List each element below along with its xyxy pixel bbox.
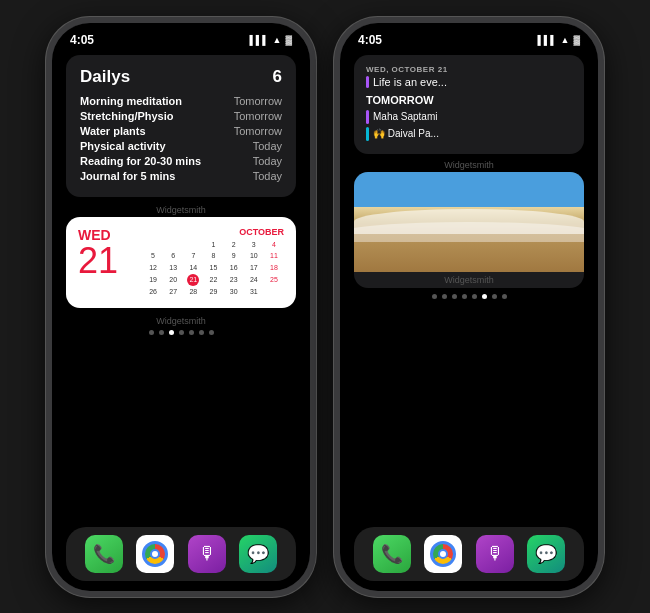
page-dots-right xyxy=(354,294,584,299)
battery-icon: ▓ xyxy=(285,35,292,45)
phone-app-icon[interactable]: 📞 xyxy=(85,535,123,573)
podcast-icon: 🎙 xyxy=(198,543,216,564)
dot xyxy=(149,330,154,335)
wifi-icon-r: ▲ xyxy=(561,35,570,45)
notch xyxy=(126,23,236,45)
task-when-1: Tomorrow xyxy=(234,110,282,122)
chrome-app-icon-r[interactable] xyxy=(424,535,462,573)
dot xyxy=(209,330,214,335)
widgetsmith-label-bottom-right: Widgetsmith xyxy=(354,272,584,288)
cal-cell xyxy=(264,286,284,298)
cal-cell: 14 xyxy=(183,262,203,274)
cal-month: OCTOBER xyxy=(143,227,284,237)
cal-cell: 30 xyxy=(224,286,244,298)
calendar-widget[interactable]: WED 21 OCTOBER 1 2 3 4 xyxy=(66,217,296,308)
right-screen-content: WED, OCTOBER 21 Life is an eve... TOMORR… xyxy=(340,51,598,529)
task-when-4: Today xyxy=(253,155,282,167)
task-name-4: Reading for 20-30 mins xyxy=(80,155,201,167)
chrome-icon-r xyxy=(430,541,456,567)
right-phone: 4:05 ▌▌▌ ▲ ▓ WED, OCTOBER 21 Life is an … xyxy=(334,17,604,597)
cal-cell: 2 xyxy=(224,239,244,251)
cal-cell: 3 xyxy=(244,239,264,251)
notch-right xyxy=(414,23,524,45)
cal-cell: 22 xyxy=(203,274,223,286)
event-widget[interactable]: WED, OCTOBER 21 Life is an eve... TOMORR… xyxy=(354,55,584,154)
cal-cell: 4 xyxy=(264,239,284,251)
cal-cell: 5 xyxy=(143,250,163,262)
whatsapp-app-icon[interactable]: 💬 xyxy=(239,535,277,573)
event-name-1: 🙌 Daival Pa... xyxy=(373,128,439,139)
cal-cell: 6 xyxy=(163,250,183,262)
status-icons-right: ▌▌▌ ▲ ▓ xyxy=(537,35,580,45)
signal-icon-r: ▌▌▌ xyxy=(537,35,556,45)
photo-widget[interactable]: Widgetsmith xyxy=(354,172,584,288)
event-dot-teal xyxy=(366,127,369,141)
cal-cell: 8 xyxy=(203,250,223,262)
cal-cell: 16 xyxy=(224,262,244,274)
cal-cell: 27 xyxy=(163,286,183,298)
cal-left: WED 21 xyxy=(78,227,133,298)
dot-r xyxy=(442,294,447,299)
chrome-icon xyxy=(142,541,168,567)
task-row-1: Stretching/Physio Tomorrow xyxy=(80,110,282,122)
dot-r xyxy=(472,294,477,299)
cal-cell: 1 xyxy=(203,239,223,251)
cal-cell: 23 xyxy=(224,274,244,286)
battery-icon-r: ▓ xyxy=(573,35,580,45)
phone-app-icon-r[interactable]: 📞 xyxy=(373,535,411,573)
left-screen-content: Dailys 6 Morning meditation Tomorrow Str… xyxy=(52,51,310,529)
dot xyxy=(189,330,194,335)
dot-r xyxy=(492,294,497,299)
dot xyxy=(159,330,164,335)
task-row-0: Morning meditation Tomorrow xyxy=(80,95,282,107)
podcast-icon-r: 🎙 xyxy=(486,543,504,564)
event-date: WED, OCTOBER 21 xyxy=(366,65,572,74)
phone-icon-r: 📞 xyxy=(381,543,403,565)
podcast-app-icon-r[interactable]: 🎙 xyxy=(476,535,514,573)
cal-day-num: 21 xyxy=(78,243,118,279)
chrome-app-icon[interactable] xyxy=(136,535,174,573)
event-name-0: Maha Saptami xyxy=(373,111,437,122)
dot-r xyxy=(432,294,437,299)
dot-r xyxy=(452,294,457,299)
dailys-title: Dailys xyxy=(80,67,130,87)
signal-icon: ▌▌▌ xyxy=(249,35,268,45)
event-item-0: Maha Saptami xyxy=(366,110,572,124)
whatsapp-icon: 💬 xyxy=(247,543,269,565)
cal-today: 21 xyxy=(187,274,199,286)
dot-r xyxy=(502,294,507,299)
cal-cell: 31 xyxy=(244,286,264,298)
dot-r-active xyxy=(482,294,487,299)
dailys-header: Dailys 6 xyxy=(80,67,282,87)
dailys-widget[interactable]: Dailys 6 Morning meditation Tomorrow Str… xyxy=(66,55,296,197)
dock-right: 📞 🎙 💬 xyxy=(354,527,584,581)
whatsapp-app-icon-r[interactable]: 💬 xyxy=(527,535,565,573)
cal-cell: 12 xyxy=(143,262,163,274)
cal-cell: 10 xyxy=(244,250,264,262)
task-name-3: Physical activity xyxy=(80,140,166,152)
cal-cell: 28 xyxy=(183,286,203,298)
widgetsmith-label-1: Widgetsmith xyxy=(66,205,296,215)
event-dot-purple xyxy=(366,110,369,124)
right-phone-inner: 4:05 ▌▌▌ ▲ ▓ WED, OCTOBER 21 Life is an … xyxy=(340,23,598,591)
cal-cell: 18 xyxy=(264,262,284,274)
event-title-row: Life is an eve... xyxy=(366,76,572,88)
event-title-text: Life is an eve... xyxy=(373,76,447,88)
status-icons-left: ▌▌▌ ▲ ▓ xyxy=(249,35,292,45)
cal-cell: 15 xyxy=(203,262,223,274)
cal-grid: 1 2 3 4 5 6 7 8 9 10 11 xyxy=(143,239,284,298)
task-name-0: Morning meditation xyxy=(80,95,182,107)
status-time-left: 4:05 xyxy=(70,33,94,47)
dock-left: 📞 🎙 💬 xyxy=(66,527,296,581)
task-row-3: Physical activity Today xyxy=(80,140,282,152)
cal-cell: 26 xyxy=(143,286,163,298)
cal-cell: 29 xyxy=(203,286,223,298)
task-name-2: Water plants xyxy=(80,125,146,137)
task-row-4: Reading for 20-30 mins Today xyxy=(80,155,282,167)
podcast-app-icon[interactable]: 🎙 xyxy=(188,535,226,573)
widgetsmith-label-2: Widgetsmith xyxy=(66,316,296,326)
event-item-1: 🙌 Daival Pa... xyxy=(366,127,572,141)
event-accent-bar xyxy=(366,76,369,88)
task-when-2: Tomorrow xyxy=(234,125,282,137)
task-when-0: Tomorrow xyxy=(234,95,282,107)
